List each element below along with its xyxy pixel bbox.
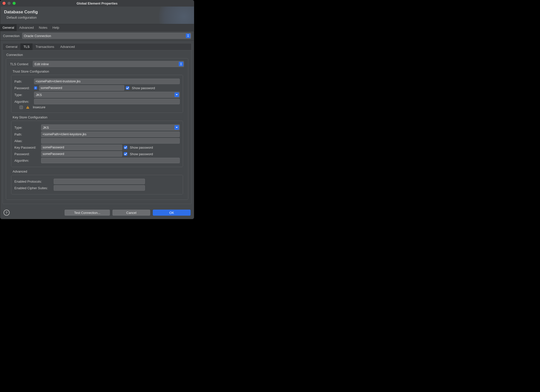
- keystore-algorithm-row: Algorithm:: [14, 158, 180, 163]
- truststore-algorithm-row: Algorithm:: [14, 99, 180, 104]
- connection-panel: General TLS Transactions Advanced Connec…: [3, 43, 192, 204]
- keystore-algorithm-input[interactable]: [41, 158, 180, 163]
- keystore-type-dropdown[interactable]: JKS: [41, 124, 180, 130]
- window-controls: [3, 2, 16, 5]
- test-connection-button[interactable]: Test Connection...: [65, 210, 110, 216]
- truststore-password-input[interactable]: [39, 85, 124, 91]
- window-close-button[interactable]: [3, 2, 6, 5]
- tab-advanced[interactable]: Advanced: [17, 24, 36, 31]
- inner-tab-tls[interactable]: TLS: [20, 43, 33, 50]
- connection-dropdown[interactable]: Oracle Connection: [22, 33, 191, 39]
- dropdown-arrow-icon: [186, 34, 190, 38]
- window-minimize-button[interactable]: [8, 2, 11, 5]
- tls-connection-title: Connection: [6, 53, 188, 57]
- tls-advanced-title: Advanced: [13, 170, 186, 173]
- window-title: Global Element Properties: [0, 2, 194, 5]
- keystore-show-password-label: Show password: [130, 152, 153, 156]
- chevron-down-icon: [174, 125, 179, 130]
- dialog-header: Database Config Default configuration: [0, 7, 194, 24]
- truststore-insecure-row: Insecure: [14, 105, 180, 109]
- truststore-algorithm-label: Algorithm:: [14, 100, 33, 104]
- tls-context-value: Edit inline: [35, 62, 49, 66]
- enabled-protocols-label: Enabled Protocols:: [14, 180, 52, 183]
- keystore-type-value: JKS: [43, 126, 49, 129]
- warning-icon: [26, 106, 29, 109]
- truststore-type-value: JKS: [36, 93, 42, 97]
- keystore-path-label: Path:: [14, 133, 40, 136]
- enabled-protocols-input[interactable]: [54, 179, 145, 184]
- connection-row: Connection Oracle Connection: [0, 31, 194, 41]
- keystore-group: Type: JKS Path: Alias:: [11, 121, 183, 167]
- keystore-type-row: Type: JKS: [14, 124, 180, 130]
- dropdown-arrow-icon: [179, 62, 183, 66]
- keystore-show-keypassword-label: Show password: [130, 146, 153, 149]
- keystore-path-input[interactable]: [41, 132, 180, 137]
- connection-label: Connection: [3, 34, 20, 38]
- enabled-ciphers-row: Enabled Cipher Suites:: [14, 185, 180, 191]
- truststore-algorithm-input[interactable]: [34, 99, 180, 104]
- header-decoration: [159, 7, 194, 24]
- chevron-down-icon: [174, 92, 179, 97]
- truststore-type-row: Type: JKS: [14, 92, 180, 98]
- inner-tab-general[interactable]: General: [3, 43, 20, 50]
- dialog-footer: ? Test Connection... Cancel OK: [0, 207, 194, 219]
- truststore-path-label: Path:: [14, 80, 33, 83]
- dialog-window: Global Element Properties Database Confi…: [0, 0, 194, 219]
- window-zoom-button[interactable]: [13, 2, 16, 5]
- truststore-type-dropdown[interactable]: JKS: [34, 92, 180, 98]
- keystore-show-keypassword-checkbox[interactable]: [124, 146, 127, 149]
- keystore-password-input[interactable]: [41, 151, 122, 157]
- tls-context-dropdown[interactable]: Edit inline: [33, 61, 184, 67]
- keystore-algorithm-label: Algorithm:: [14, 159, 40, 162]
- truststore-showpassword-checkbox[interactable]: [126, 86, 129, 90]
- svg-rect-0: [27, 107, 28, 108]
- keystore-alias-row: Alias:: [14, 138, 180, 144]
- keystore-type-label: Type:: [14, 126, 40, 129]
- question-icon: ?: [6, 211, 8, 215]
- keystore-password-row: Password: Show password: [14, 151, 180, 157]
- truststore-insecure-label: Insecure: [33, 105, 45, 109]
- connection-value: Oracle Connection: [24, 34, 51, 38]
- keystore-alias-input[interactable]: [41, 138, 180, 144]
- tls-section: Connection TLS Context Edit inline Trust…: [3, 50, 191, 204]
- inner-tab-advanced[interactable]: Advanced: [57, 43, 78, 50]
- truststore-title: Trust Store Configuration: [13, 70, 186, 73]
- tls-context-row: TLS Context Edit inline: [9, 61, 186, 68]
- help-button[interactable]: ?: [4, 210, 10, 216]
- tls-context-label: TLS Context: [10, 62, 31, 66]
- enabled-protocols-row: Enabled Protocols:: [14, 179, 180, 184]
- svg-rect-1: [27, 108, 28, 108]
- truststore-showpassword-label: Show password: [132, 86, 155, 90]
- enabled-ciphers-label: Enabled Cipher Suites:: [14, 186, 52, 190]
- truststore-path-input[interactable]: [34, 79, 180, 84]
- enabled-ciphers-input[interactable]: [54, 185, 145, 191]
- keystore-keypassword-input[interactable]: [41, 145, 122, 150]
- tab-general[interactable]: General: [0, 24, 17, 31]
- keystore-show-password-checkbox[interactable]: [124, 152, 127, 156]
- keystore-keypassword-row: Key Password: Show password: [14, 145, 180, 150]
- keystore-keypassword-label: Key Password:: [14, 146, 40, 149]
- info-icon: i: [34, 86, 37, 89]
- tls-connection-group: TLS Context Edit inline Trust Store Conf…: [6, 58, 188, 200]
- tab-help[interactable]: Help: [50, 24, 62, 31]
- truststore-password-row: Password: i Show password: [14, 85, 180, 91]
- truststore-group: Path: Password: i Show password Type: JK: [11, 75, 183, 113]
- truststore-password-label: Password:: [14, 86, 33, 90]
- truststore-type-label: Type:: [14, 93, 33, 97]
- keystore-path-row: Path:: [14, 132, 180, 137]
- inner-tabbar: General TLS Transactions Advanced: [3, 43, 191, 50]
- truststore-insecure-checkbox[interactable]: [19, 106, 23, 109]
- keystore-alias-label: Alias:: [14, 139, 40, 143]
- keystore-password-label: Password:: [14, 152, 40, 156]
- ok-button[interactable]: OK: [153, 210, 191, 216]
- truststore-path-row: Path:: [14, 79, 180, 84]
- top-tabbar: General Advanced Notes Help: [0, 24, 194, 31]
- inner-tab-transactions[interactable]: Transactions: [33, 43, 57, 50]
- cancel-button[interactable]: Cancel: [112, 210, 150, 216]
- tab-notes[interactable]: Notes: [36, 24, 50, 31]
- titlebar: Global Element Properties: [0, 0, 194, 7]
- keystore-title: Key Store Configuration: [13, 115, 186, 119]
- tls-advanced-group: Enabled Protocols: Enabled Cipher Suites…: [11, 175, 183, 194]
